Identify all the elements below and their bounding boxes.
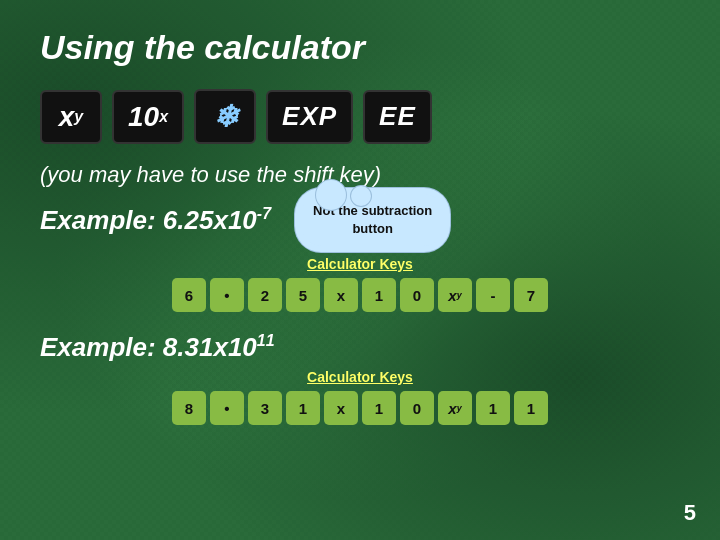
key-1a: 1 [362, 278, 396, 312]
key-dot2: • [210, 391, 244, 425]
calc-keys-label-1: Calculator Keys [40, 256, 680, 272]
key-8: 8 [172, 391, 206, 425]
key-1d: 1 [476, 391, 510, 425]
xy-key-display: xy [40, 90, 102, 144]
ten-x-key-display: 10x [112, 90, 184, 144]
key-minus: - [476, 278, 510, 312]
key-2: 2 [248, 278, 282, 312]
key-dot1: • [210, 278, 244, 312]
key-xy2: xy [438, 391, 472, 425]
example1-text: Example: 6.25x10-7 [40, 205, 271, 236]
key-xy1: xy [438, 278, 472, 312]
subtitle-text: (you may have to use the shift key) [40, 162, 680, 188]
key-sequence-1: 6 • 2 5 x 1 0 xy - 7 [40, 278, 680, 312]
exp-key-display: EXP [266, 90, 353, 144]
key-x2: x [324, 391, 358, 425]
key-sequence-2: 8 • 3 1 x 1 0 xy 1 1 [40, 391, 680, 425]
calc-keys-display: xy 10x ❄ EXP EE [40, 89, 680, 144]
key-x1: x [324, 278, 358, 312]
cloud-note: Not the subtractionbutton [301, 194, 444, 246]
page-title: Using the calculator [40, 28, 680, 67]
calc-keys-label-2: Calculator Keys [40, 369, 680, 385]
snowflake-key-display: ❄ [194, 89, 256, 144]
example1-container: Example: 6.25x10-7 Not the subtractionbu… [40, 194, 680, 246]
key-1e: 1 [514, 391, 548, 425]
key-6: 6 [172, 278, 206, 312]
example2-text: Example: 8.31x1011 [40, 332, 680, 363]
ee-key-display: EE [363, 90, 432, 144]
key-7: 7 [514, 278, 548, 312]
page-number: 5 [684, 500, 696, 526]
key-0b: 0 [400, 391, 434, 425]
key-1b: 1 [286, 391, 320, 425]
key-3: 3 [248, 391, 282, 425]
key-1c: 1 [362, 391, 396, 425]
key-0a: 0 [400, 278, 434, 312]
slide: Using the calculator xy 10x ❄ EXP EE (yo… [0, 0, 720, 540]
key-5: 5 [286, 278, 320, 312]
